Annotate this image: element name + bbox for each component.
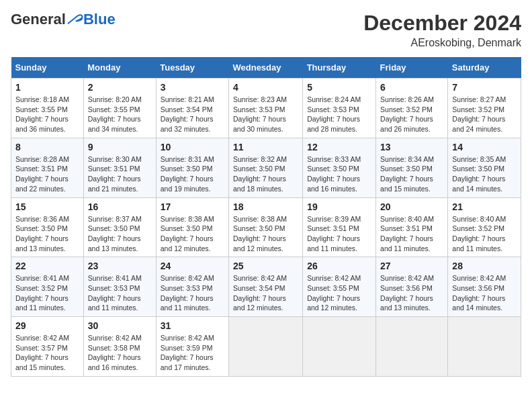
calendar-week-row: 29 Sunrise: 8:42 AM Sunset: 3:57 PM Dayl…	[11, 317, 521, 377]
day-number: 18	[233, 201, 298, 212]
weekday-header: Thursday	[303, 57, 376, 79]
day-number: 1	[15, 82, 79, 93]
day-number: 6	[380, 82, 443, 93]
calendar-day-cell: 14 Sunrise: 8:35 AM Sunset: 3:50 PM Dayl…	[448, 138, 521, 197]
title-area: December 2024 AEroskobing, Denmark	[363, 11, 521, 49]
location: AEroskobing, Denmark	[363, 37, 521, 49]
calendar-day-cell: 9 Sunrise: 8:30 AM Sunset: 3:51 PM Dayli…	[83, 138, 156, 197]
day-info: Sunrise: 8:31 AM Sunset: 3:50 PM Dayligh…	[161, 154, 224, 194]
day-info: Sunrise: 8:34 AM Sunset: 3:50 PM Dayligh…	[380, 154, 443, 194]
weekday-header: Saturday	[448, 57, 521, 79]
day-number: 15	[15, 201, 79, 212]
day-number: 22	[15, 261, 79, 271]
day-number: 7	[452, 82, 517, 93]
calendar-day-cell: 28 Sunrise: 8:42 AM Sunset: 3:56 PM Dayl…	[448, 257, 521, 317]
calendar-day-cell: 4 Sunrise: 8:23 AM Sunset: 3:53 PM Dayli…	[228, 79, 302, 138]
calendar-day-cell: 21 Sunrise: 8:40 AM Sunset: 3:52 PM Dayl…	[448, 197, 521, 257]
day-info: Sunrise: 8:42 AM Sunset: 3:59 PM Dayligh…	[161, 333, 224, 373]
day-number: 2	[88, 82, 152, 93]
logo-blue: Blue	[83, 11, 116, 28]
day-number: 21	[452, 201, 517, 212]
calendar-day-cell: 11 Sunrise: 8:32 AM Sunset: 3:50 PM Dayl…	[228, 138, 302, 197]
calendar-day-cell: 19 Sunrise: 8:39 AM Sunset: 3:51 PM Dayl…	[303, 197, 376, 257]
calendar-day-cell: 18 Sunrise: 8:38 AM Sunset: 3:50 PM Dayl…	[228, 197, 302, 257]
day-number: 23	[88, 261, 152, 271]
day-info: Sunrise: 8:30 AM Sunset: 3:51 PM Dayligh…	[88, 154, 152, 194]
calendar-table: SundayMondayTuesdayWednesdayThursdayFrid…	[11, 57, 521, 377]
calendar-day-cell: 15 Sunrise: 8:36 AM Sunset: 3:50 PM Dayl…	[11, 197, 84, 257]
day-number: 30	[88, 320, 152, 331]
weekday-header: Friday	[376, 57, 448, 79]
calendar-day-cell: 1 Sunrise: 8:18 AM Sunset: 3:55 PM Dayli…	[11, 79, 84, 138]
day-number: 24	[161, 261, 224, 271]
day-info: Sunrise: 8:33 AM Sunset: 3:50 PM Dayligh…	[307, 154, 371, 194]
calendar-day-cell: 31 Sunrise: 8:42 AM Sunset: 3:59 PM Dayl…	[156, 317, 228, 377]
calendar-header-row: SundayMondayTuesdayWednesdayThursdayFrid…	[11, 57, 521, 79]
day-info: Sunrise: 8:42 AM Sunset: 3:56 PM Dayligh…	[380, 273, 443, 313]
weekday-header: Wednesday	[228, 57, 302, 79]
day-number: 26	[307, 261, 371, 271]
day-info: Sunrise: 8:39 AM Sunset: 3:51 PM Dayligh…	[307, 214, 371, 254]
day-number: 3	[161, 82, 224, 93]
day-info: Sunrise: 8:38 AM Sunset: 3:50 PM Dayligh…	[161, 214, 224, 254]
day-info: Sunrise: 8:42 AM Sunset: 3:56 PM Dayligh…	[452, 273, 517, 313]
calendar-day-cell: 2 Sunrise: 8:20 AM Sunset: 3:55 PM Dayli…	[83, 79, 156, 138]
calendar-day-cell: 12 Sunrise: 8:33 AM Sunset: 3:50 PM Dayl…	[303, 138, 376, 197]
calendar-day-cell	[303, 317, 376, 377]
day-number: 27	[380, 261, 443, 271]
day-number: 28	[452, 261, 517, 271]
day-info: Sunrise: 8:26 AM Sunset: 3:52 PM Dayligh…	[380, 95, 443, 134]
calendar-day-cell: 25 Sunrise: 8:42 AM Sunset: 3:54 PM Dayl…	[228, 257, 302, 317]
calendar-week-row: 8 Sunrise: 8:28 AM Sunset: 3:51 PM Dayli…	[11, 138, 521, 197]
day-number: 20	[380, 201, 443, 212]
calendar-day-cell: 17 Sunrise: 8:38 AM Sunset: 3:50 PM Dayl…	[156, 197, 228, 257]
weekday-header: Monday	[83, 57, 156, 79]
day-number: 31	[161, 320, 224, 331]
day-info: Sunrise: 8:24 AM Sunset: 3:53 PM Dayligh…	[307, 95, 371, 134]
day-number: 14	[452, 142, 517, 152]
calendar-day-cell: 24 Sunrise: 8:42 AM Sunset: 3:53 PM Dayl…	[156, 257, 228, 317]
calendar-day-cell: 30 Sunrise: 8:42 AM Sunset: 3:58 PM Dayl…	[83, 317, 156, 377]
weekday-header: Tuesday	[156, 57, 228, 79]
page-header: General Blue December 2024 AEroskobing, …	[11, 11, 521, 49]
day-info: Sunrise: 8:40 AM Sunset: 3:52 PM Dayligh…	[452, 214, 517, 254]
day-info: Sunrise: 8:41 AM Sunset: 3:52 PM Dayligh…	[15, 273, 79, 313]
day-number: 9	[88, 142, 152, 152]
day-info: Sunrise: 8:18 AM Sunset: 3:55 PM Dayligh…	[15, 95, 79, 134]
calendar-day-cell: 27 Sunrise: 8:42 AM Sunset: 3:56 PM Dayl…	[376, 257, 448, 317]
day-number: 8	[15, 142, 79, 152]
day-number: 17	[161, 201, 224, 212]
day-info: Sunrise: 8:28 AM Sunset: 3:51 PM Dayligh…	[15, 154, 79, 194]
calendar-day-cell	[376, 317, 448, 377]
day-info: Sunrise: 8:37 AM Sunset: 3:50 PM Dayligh…	[88, 214, 152, 254]
weekday-header: Sunday	[11, 57, 84, 79]
day-number: 29	[15, 320, 79, 331]
day-number: 16	[88, 201, 152, 212]
day-info: Sunrise: 8:38 AM Sunset: 3:50 PM Dayligh…	[233, 214, 298, 254]
calendar-day-cell: 13 Sunrise: 8:34 AM Sunset: 3:50 PM Dayl…	[376, 138, 448, 197]
calendar-day-cell: 22 Sunrise: 8:41 AM Sunset: 3:52 PM Dayl…	[11, 257, 84, 317]
calendar-day-cell: 26 Sunrise: 8:42 AM Sunset: 3:55 PM Dayl…	[303, 257, 376, 317]
calendar-week-row: 22 Sunrise: 8:41 AM Sunset: 3:52 PM Dayl…	[11, 257, 521, 317]
day-number: 4	[233, 82, 298, 93]
calendar-day-cell: 23 Sunrise: 8:41 AM Sunset: 3:53 PM Dayl…	[83, 257, 156, 317]
calendar-day-cell: 10 Sunrise: 8:31 AM Sunset: 3:50 PM Dayl…	[156, 138, 228, 197]
day-info: Sunrise: 8:40 AM Sunset: 3:51 PM Dayligh…	[380, 214, 443, 254]
day-info: Sunrise: 8:41 AM Sunset: 3:53 PM Dayligh…	[88, 273, 152, 313]
calendar-day-cell: 16 Sunrise: 8:37 AM Sunset: 3:50 PM Dayl…	[83, 197, 156, 257]
day-info: Sunrise: 8:35 AM Sunset: 3:50 PM Dayligh…	[452, 154, 517, 194]
month-title: December 2024	[363, 11, 521, 36]
day-info: Sunrise: 8:20 AM Sunset: 3:55 PM Dayligh…	[88, 95, 152, 134]
day-number: 19	[307, 201, 371, 212]
calendar-day-cell: 5 Sunrise: 8:24 AM Sunset: 3:53 PM Dayli…	[303, 79, 376, 138]
day-info: Sunrise: 8:42 AM Sunset: 3:58 PM Dayligh…	[88, 333, 152, 373]
day-number: 12	[307, 142, 371, 152]
day-info: Sunrise: 8:42 AM Sunset: 3:54 PM Dayligh…	[233, 273, 298, 313]
day-info: Sunrise: 8:32 AM Sunset: 3:50 PM Dayligh…	[233, 154, 298, 194]
calendar-day-cell	[448, 317, 521, 377]
logo: General Blue	[11, 11, 116, 28]
logo-general: General	[11, 11, 66, 28]
day-info: Sunrise: 8:23 AM Sunset: 3:53 PM Dayligh…	[233, 95, 298, 134]
day-number: 25	[233, 261, 298, 271]
day-number: 11	[233, 142, 298, 152]
